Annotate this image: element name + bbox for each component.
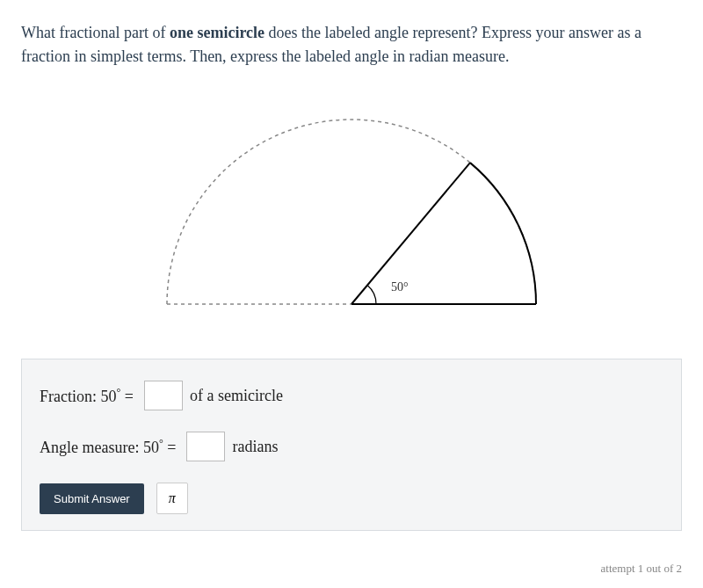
angle-measure-row: Angle measure: 50° = radians (40, 432, 663, 461)
angle-label-text: 50° (391, 280, 409, 294)
pi-button[interactable]: π (156, 483, 188, 514)
question-part1: What fractional part of (21, 24, 170, 41)
attempt-counter: attempt 1 out of 2 (601, 562, 682, 576)
fraction-suffix: of a semicircle (190, 387, 283, 405)
diagram-area: 50° (21, 95, 682, 323)
question-bold: one semicircle (170, 24, 265, 41)
angle-prefix: Angle measure: 50° = (40, 437, 176, 457)
sector-angled-radius (352, 163, 470, 304)
angle-input[interactable] (186, 432, 225, 461)
angle-suffix: radians (232, 438, 278, 456)
answer-box: Fraction: 50° = of a semicircle Angle me… (21, 359, 682, 531)
fraction-input[interactable] (144, 381, 183, 410)
question-container: What fractional part of one semicircle d… (0, 0, 703, 531)
angle-marker-arc (367, 286, 376, 305)
semicircle-dashed-arc (167, 120, 536, 304)
semicircle-diagram: 50° (141, 104, 562, 315)
button-row: Submit Answer π (40, 483, 663, 514)
question-text: What fractional part of one semicircle d… (21, 21, 682, 69)
submit-button[interactable]: Submit Answer (40, 483, 144, 514)
sector-arc (470, 163, 536, 304)
fraction-row: Fraction: 50° = of a semicircle (40, 381, 663, 410)
fraction-prefix: Fraction: 50° = (40, 386, 134, 406)
